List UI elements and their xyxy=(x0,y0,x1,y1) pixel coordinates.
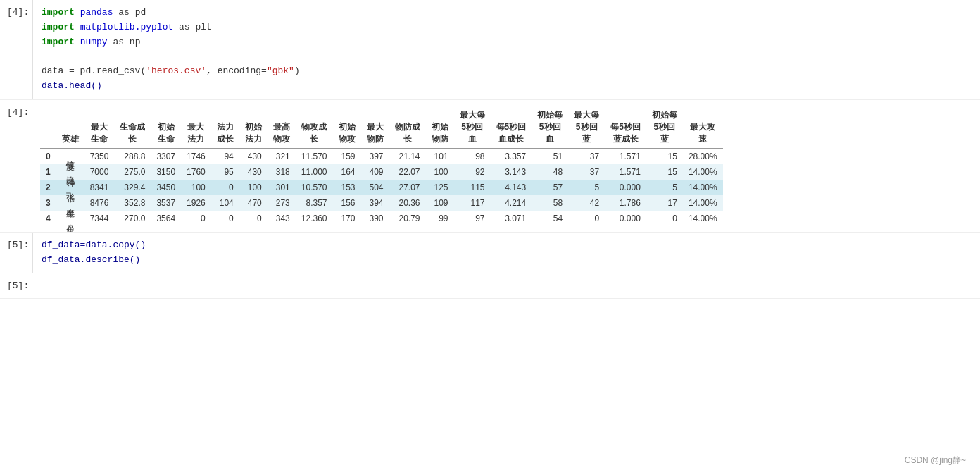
bottom-content xyxy=(32,273,980,290)
th-init-hp: 初始生命 xyxy=(151,106,181,148)
cell-value: 329.4 xyxy=(114,180,151,195)
cell-value: 109 xyxy=(426,195,454,211)
cell-value: 20.79 xyxy=(389,211,426,226)
cell-value: 11.000 xyxy=(296,164,333,180)
cell-value: 15 xyxy=(646,148,683,164)
output-content-4: 英雄 最大生命 生命成长 初始生命 最大法力 法力成长 初始法力 最高物攻 物攻… xyxy=(32,100,980,232)
cell-value: 1746 xyxy=(181,148,211,164)
watermark: CSDN @jing静~ xyxy=(905,455,966,467)
hero-name: 夏侯悙 xyxy=(56,148,84,164)
th-regen-growth: 每5秒回血成长 xyxy=(491,106,532,148)
cell-value: 153 xyxy=(333,180,361,195)
cell-value: 3564 xyxy=(151,211,181,226)
cell-value: 0 xyxy=(211,211,239,226)
cell-label-5: [5]: xyxy=(0,233,32,273)
cell-value: 3.071 xyxy=(491,211,532,226)
cell-value: 4.214 xyxy=(491,195,532,211)
cell-value: 1760 xyxy=(181,164,211,180)
cell-value: 14.00% xyxy=(683,211,723,226)
cell-value: 4.143 xyxy=(491,180,532,195)
cell-value: 156 xyxy=(333,195,361,211)
cell-value: 8476 xyxy=(84,195,115,211)
cell-value: 430 xyxy=(239,148,268,164)
row-index: 1 xyxy=(40,164,56,180)
cell-value: 100 xyxy=(181,180,211,195)
code-line-5: data = pd.read_csv('heros.csv', encoding… xyxy=(42,64,972,79)
row-index: 2 xyxy=(40,180,56,195)
bottom-label-row: [5]: xyxy=(0,273,980,299)
cell-value: 352.8 xyxy=(114,195,151,211)
cell-value: 0 xyxy=(239,211,268,226)
hero-name: 吕布 xyxy=(56,211,84,226)
cell-value: 58 xyxy=(532,195,568,211)
bottom-label: [5]: xyxy=(0,273,32,298)
cell-value: 409 xyxy=(361,164,389,180)
cell-value: 390 xyxy=(361,211,389,226)
code-content-4: import pandas as pd import matplotlib.py… xyxy=(32,0,980,99)
cell-value: 0.000 xyxy=(605,180,646,195)
table-row: 1钟无艳7000275.0315017609543031811.00016440… xyxy=(40,164,723,180)
table-row: 4吕布7344270.0356400034312.36017039020.799… xyxy=(40,211,723,226)
code-line-6: data.head() xyxy=(42,79,972,94)
hero-name: 张飞 xyxy=(56,180,84,195)
cell-value: 17 xyxy=(646,195,683,211)
cell-value: 15 xyxy=(646,164,683,180)
cell-value: 343 xyxy=(268,211,296,226)
cell-value: 318 xyxy=(268,164,296,180)
th-hero: 英雄 xyxy=(56,106,84,148)
th-def-growth: 物防成长 xyxy=(389,106,426,148)
code-line-2: import matplotlib.pyplot as plt xyxy=(42,20,972,35)
th-init-mpregen: 初始每5秒回蓝 xyxy=(646,106,683,148)
code-cell-4: [4]: import pandas as pd import matplotl… xyxy=(0,0,980,100)
cell-value: 95 xyxy=(211,164,239,180)
code-line-4 xyxy=(42,49,972,64)
cell-value: 20.36 xyxy=(389,195,426,211)
cell-value: 22.07 xyxy=(389,164,426,180)
cell-value: 98 xyxy=(454,148,491,164)
cell-value: 159 xyxy=(333,148,361,164)
th-hp-growth: 生命成长 xyxy=(114,106,151,148)
cell-label-4: [4]: xyxy=(0,0,32,99)
table-row: 2张飞8341329.43450100010030110.57015350427… xyxy=(40,180,723,195)
th-max-def: 最大物防 xyxy=(361,106,389,148)
cell-value: 14.00% xyxy=(683,195,723,211)
cell-value: 125 xyxy=(426,180,454,195)
th-init-atk: 初始物攻 xyxy=(333,106,361,148)
cell-value: 170 xyxy=(333,211,361,226)
cell-value: 21.14 xyxy=(389,148,426,164)
cell-value: 7350 xyxy=(84,148,115,164)
cell-value: 430 xyxy=(239,164,268,180)
cell-value: 27.07 xyxy=(389,180,426,195)
cell-value: 0.000 xyxy=(605,211,646,226)
cell-value: 3150 xyxy=(151,164,181,180)
th-max-mp: 最大法力 xyxy=(181,106,211,148)
cell-value: 0 xyxy=(646,211,683,226)
cell-value: 99 xyxy=(426,211,454,226)
cell-value: 115 xyxy=(454,180,491,195)
th-mp-growth: 法力成长 xyxy=(211,106,239,148)
cell-value: 1.571 xyxy=(605,164,646,180)
cell-value: 0 xyxy=(211,180,239,195)
cell-value: 321 xyxy=(268,148,296,164)
cell-value: 394 xyxy=(361,195,389,211)
cell-value: 7000 xyxy=(84,164,115,180)
cell-value: 288.8 xyxy=(114,148,151,164)
cell-value: 3537 xyxy=(151,195,181,211)
th-max-aspd: 最大攻速 xyxy=(683,106,723,148)
cell-value: 48 xyxy=(532,164,568,180)
output-cell-4: [4]: 英雄 最大生命 生命成长 初始生命 最大法力 法力成长 xyxy=(0,100,980,233)
cell-value: 14.00% xyxy=(683,180,723,195)
cell-value: 3.357 xyxy=(491,148,532,164)
code-line-7: df_data=data.copy() xyxy=(42,238,972,253)
cell-value: 101 xyxy=(426,148,454,164)
row-index: 0 xyxy=(40,148,56,164)
cell-value: 301 xyxy=(268,180,296,195)
cell-value: 1.571 xyxy=(605,148,646,164)
cell-value: 0 xyxy=(568,211,605,226)
cell-value: 28.00% xyxy=(683,148,723,164)
cell-value: 0 xyxy=(181,211,211,226)
th-mpregen-growth: 每5秒回蓝成长 xyxy=(605,106,646,148)
cell-value: 1.786 xyxy=(605,195,646,211)
cell-value: 1926 xyxy=(181,195,211,211)
th-max-hp: 最大生命 xyxy=(84,106,115,148)
